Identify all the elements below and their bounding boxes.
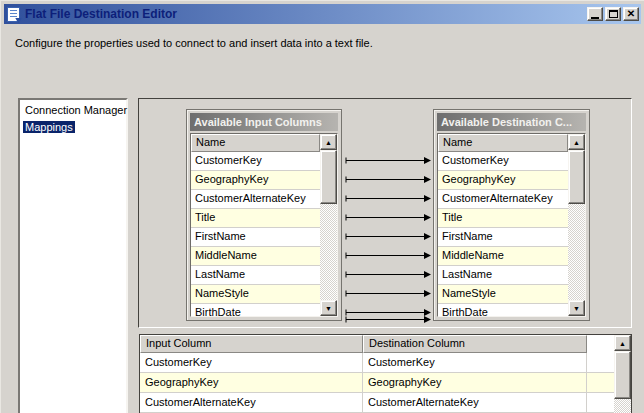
input-columns-grid: Name CustomerKeyGeographyKeyCustomerAlte… <box>190 133 338 317</box>
scroll-down-button[interactable]: ▼ <box>568 300 585 316</box>
available-destination-columns-caption[interactable]: Available Destination C... <box>437 113 586 131</box>
input-column-row[interactable]: FirstName <box>191 228 320 247</box>
input-column-row[interactable]: Title <box>191 209 320 228</box>
input-name-column-header[interactable]: Name <box>191 134 320 152</box>
destination-columns-list: CustomerKeyGeographyKeyCustomerAlternate… <box>438 152 568 316</box>
input-columns-list: CustomerKeyGeographyKeyCustomerAlternate… <box>191 152 320 316</box>
pages-listbox: Connection Manager Mappings <box>18 98 128 413</box>
mapping-input-cell: CustomerAlternateKey <box>140 393 363 412</box>
scroll-up-icon: ▲ <box>325 139 332 146</box>
input-columns-scrollbar[interactable]: ▲ ▼ <box>320 134 337 316</box>
document-icon <box>7 7 20 22</box>
close-button[interactable]: ✕ <box>623 7 639 21</box>
window-title: Flat File Destination Editor <box>25 7 177 21</box>
destination-columns-grid: Name CustomerKeyGeographyKeyCustomerAlte… <box>437 133 586 317</box>
mappings-table-scrollbar[interactable]: ▲ <box>614 335 631 413</box>
mapping-input-cell: GeographyKey <box>140 373 363 392</box>
scrollbar-track[interactable] <box>568 150 585 300</box>
input-column-header[interactable]: Input Column <box>140 335 363 353</box>
input-column-row[interactable]: BirthDate <box>191 304 320 316</box>
destination-name-column-header[interactable]: Name <box>438 134 568 152</box>
available-input-columns-caption[interactable]: Available Input Columns <box>190 113 338 131</box>
mappings-table: Input Column Destination Column Customer… <box>139 334 632 413</box>
scrollbar-thumb[interactable] <box>568 150 585 204</box>
destination-column-row[interactable]: GeographyKey <box>438 171 568 190</box>
input-column-row[interactable]: MiddleName <box>191 247 320 266</box>
scroll-down-icon: ▼ <box>325 305 332 312</box>
flat-file-destination-editor-dialog: Flat File Destination Editor ✕ Configure… <box>0 0 644 413</box>
destination-column-row[interactable]: MiddleName <box>438 247 568 266</box>
dialog-description: Configure the properties used to connect… <box>15 37 624 49</box>
titlebar[interactable]: Flat File Destination Editor ✕ <box>4 4 641 24</box>
mapping-connector-lines <box>344 149 434 326</box>
mapping-input-cell: CustomerKey <box>140 353 363 372</box>
input-column-row[interactable]: CustomerKey <box>191 152 320 171</box>
mapping-destination-cell: GeographyKey <box>363 373 587 392</box>
mapping-designer-panel: Available Input Columns Name CustomerKey… <box>138 98 632 328</box>
destination-column-row[interactable]: CustomerAlternateKey <box>438 190 568 209</box>
available-input-columns-window: Available Input Columns Name CustomerKey… <box>186 109 342 321</box>
mappings-table-rows: CustomerKey CustomerKey GeographyKey Geo… <box>140 353 614 413</box>
mapping-row[interactable]: CustomerKey CustomerKey <box>140 353 614 373</box>
minimize-icon <box>591 17 599 19</box>
sidebar-item[interactable]: Connection Manager <box>21 102 125 119</box>
sidebar-item-label: Connection Manager <box>23 104 129 116</box>
sidebar-item[interactable]: Mappings <box>21 119 125 136</box>
scroll-up-button[interactable]: ▲ <box>320 134 337 150</box>
mapping-row[interactable]: GeographyKey GeographyKey <box>140 373 614 393</box>
input-column-row[interactable]: CustomerAlternateKey <box>191 190 320 209</box>
input-column-row[interactable]: NameStyle <box>191 285 320 304</box>
maximize-icon <box>609 10 618 18</box>
scroll-up-icon: ▲ <box>619 340 626 347</box>
input-column-row[interactable]: GeographyKey <box>191 171 320 190</box>
available-destination-columns-window: Available Destination C... Name Customer… <box>433 109 590 321</box>
destination-column-row[interactable]: Title <box>438 209 568 228</box>
mapping-destination-cell: CustomerAlternateKey <box>363 393 587 412</box>
destination-column-row[interactable]: NameStyle <box>438 285 568 304</box>
scrollbar-thumb[interactable] <box>320 150 337 204</box>
scroll-up-button[interactable]: ▲ <box>568 134 585 150</box>
titlebar-buttons: ✕ <box>587 7 639 21</box>
maximize-button[interactable] <box>605 7 621 21</box>
input-column-row[interactable]: LastName <box>191 266 320 285</box>
scrollbar-track[interactable] <box>320 150 337 300</box>
close-icon: ✕ <box>627 9 635 19</box>
scroll-up-icon: ▲ <box>573 139 580 146</box>
header-filler <box>587 335 614 353</box>
destination-column-row[interactable]: FirstName <box>438 228 568 247</box>
scrollbar-thumb[interactable] <box>614 351 631 399</box>
scrollbar-track[interactable] <box>614 351 631 413</box>
sidebar-item-label: Mappings <box>23 121 75 133</box>
scroll-down-button[interactable]: ▼ <box>320 300 337 316</box>
destination-columns-scrollbar[interactable]: ▲ ▼ <box>568 134 585 316</box>
destination-column-row[interactable]: BirthDate <box>438 304 568 316</box>
mapping-destination-cell: CustomerKey <box>363 353 587 372</box>
destination-column-row[interactable]: LastName <box>438 266 568 285</box>
mapping-row[interactable]: CustomerAlternateKey CustomerAlternateKe… <box>140 393 614 413</box>
scroll-up-button[interactable]: ▲ <box>614 335 631 351</box>
minimize-button[interactable] <box>587 7 603 21</box>
scroll-down-icon: ▼ <box>573 305 580 312</box>
destination-column-header[interactable]: Destination Column <box>363 335 587 353</box>
destination-column-row[interactable]: CustomerKey <box>438 152 568 171</box>
